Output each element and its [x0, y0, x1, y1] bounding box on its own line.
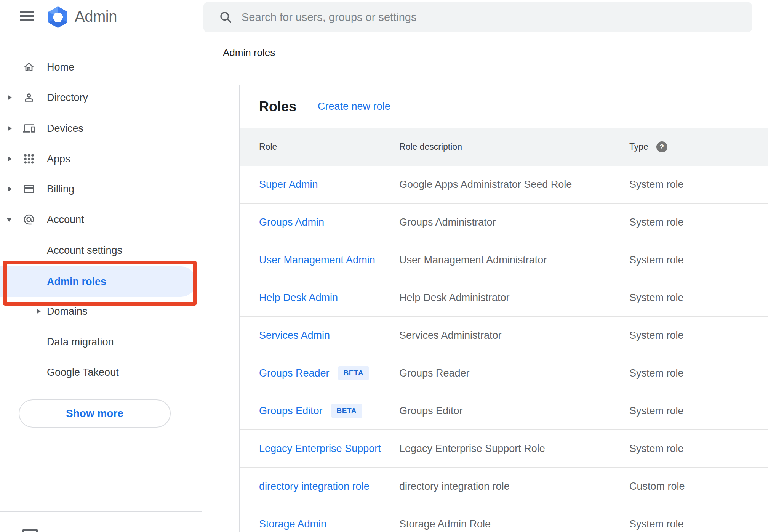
role-link[interactable]: User Management Admin	[259, 254, 375, 266]
sidebar-item-home[interactable]: Home	[0, 52, 202, 82]
apps-grid-icon	[23, 153, 35, 165]
sidebar-item-domains[interactable]: Domains	[0, 296, 202, 327]
credit-card-icon	[23, 183, 35, 195]
sidebar-item-account[interactable]: Account	[0, 204, 202, 235]
chevron-right-icon[interactable]	[8, 156, 12, 162]
devices-icon	[23, 122, 35, 135]
sidebar-item-apps[interactable]: Apps	[0, 144, 202, 174]
role-description: Groups Administrator	[399, 216, 629, 228]
sidebar-item-admin-roles[interactable]: Admin roles	[0, 266, 202, 297]
table-row: directory integration role directory int…	[240, 468, 768, 505]
role-link[interactable]: Groups Admin	[259, 216, 324, 228]
role-description: User Management Administrator	[399, 254, 629, 266]
role-link[interactable]: Groups Editor	[259, 405, 323, 417]
search-icon	[219, 10, 232, 24]
table-row: Groups Admin Groups Administrator System…	[240, 204, 768, 241]
column-header-role-description: Role description	[399, 142, 629, 152]
column-header-type: Type ?	[629, 141, 768, 152]
chevron-right-icon[interactable]	[8, 186, 12, 192]
sidebar-item-label: Account	[47, 214, 84, 226]
role-description: Legacy Enterprise Support Role	[399, 443, 629, 455]
role-type: System role	[629, 292, 768, 304]
role-type: Custom role	[629, 481, 768, 492]
sidebar-item-label: Apps	[47, 153, 70, 165]
sidebar-item-label: Google Takeout	[47, 367, 119, 378]
beta-badge: BETA	[331, 404, 362, 418]
table-row: Help Desk Admin Help Desk Administrator …	[240, 279, 768, 317]
role-description: Services Administrator	[399, 330, 629, 341]
role-type: System role	[629, 443, 768, 455]
column-header-role: Role	[240, 142, 399, 152]
role-link[interactable]: Groups Reader	[259, 367, 330, 379]
search-placeholder: Search for users, groups or settings	[242, 11, 416, 24]
sidebar-item-label: Account settings	[47, 245, 122, 256]
header-divider	[202, 66, 768, 66]
sidebar-divider	[0, 511, 202, 512]
chevron-down-icon[interactable]	[6, 218, 12, 222]
role-description: Groups Reader	[399, 367, 629, 379]
sidebar-item-account-settings[interactable]: Account settings	[0, 235, 202, 266]
role-link[interactable]: directory integration role	[259, 481, 370, 492]
role-link[interactable]: Legacy Enterprise Support	[259, 443, 381, 455]
chevron-right-icon[interactable]	[8, 126, 12, 131]
search-input[interactable]: Search for users, groups or settings	[203, 2, 752, 32]
sidebar-item-label: Home	[47, 61, 74, 73]
role-link[interactable]: Super Admin	[259, 179, 318, 191]
show-more-button[interactable]: Show more	[19, 399, 171, 428]
table-header-row: Role Role description Type ?	[240, 128, 768, 166]
app-title: Admin	[75, 8, 117, 25]
role-link[interactable]: Help Desk Admin	[259, 292, 338, 304]
table-row: User Management Admin User Management Ad…	[240, 241, 768, 279]
table-row: Groups Reader BETA Groups Reader System …	[240, 354, 768, 392]
sidebar-item-devices[interactable]: Devices	[0, 113, 202, 144]
sidebar-item-data-migration[interactable]: Data migration	[0, 327, 202, 357]
table-row: Services Admin Services Administrator Sy…	[240, 317, 768, 354]
sidebar-item-label: Devices	[47, 123, 83, 135]
sidebar-item-directory[interactable]: Directory	[0, 82, 202, 113]
create-new-role-link[interactable]: Create new role	[318, 101, 390, 112]
hamburger-menu-icon[interactable]	[20, 11, 34, 22]
sidebar-item-label: Billing	[47, 183, 74, 195]
role-type: System role	[629, 518, 768, 530]
table-row: Storage Admin Storage Admin Role System …	[240, 505, 768, 532]
role-description: Groups Editor	[399, 405, 629, 417]
beta-badge: BETA	[338, 366, 369, 380]
chevron-right-icon[interactable]	[8, 95, 12, 100]
page-title: Roles	[259, 99, 296, 115]
role-link[interactable]: Storage Admin	[259, 518, 326, 530]
role-description: Storage Admin Role	[399, 518, 629, 530]
person-icon	[23, 91, 35, 104]
table-row: Groups Editor BETA Groups Editor System …	[240, 392, 768, 430]
sidebar-item-label: Data migration	[47, 336, 114, 348]
sidebar-item-label: Directory	[47, 92, 88, 104]
role-type: System role	[629, 367, 768, 379]
sidebar-item-label: Admin roles	[47, 276, 106, 288]
role-description: Help Desk Administrator	[399, 292, 629, 304]
role-type: System role	[629, 216, 768, 228]
chevron-right-icon[interactable]	[37, 309, 41, 314]
role-description: Google Apps Administrator Seed Role	[399, 179, 629, 191]
sidebar-item-google-takeout[interactable]: Google Takeout	[0, 357, 202, 388]
breadcrumb: Admin roles	[223, 47, 275, 59]
role-type: System role	[629, 179, 768, 191]
role-type: System role	[629, 254, 768, 266]
google-admin-logo-icon	[48, 6, 68, 28]
role-type: System role	[629, 330, 768, 341]
roles-card: Roles Create new role Role Role descript…	[239, 85, 768, 532]
at-sign-icon	[23, 213, 35, 226]
table-row: Super Admin Google Apps Administrator Se…	[240, 166, 768, 204]
sidebar-item-label: Domains	[47, 306, 88, 317]
feedback-icon[interactable]	[22, 529, 38, 532]
role-link[interactable]: Services Admin	[259, 330, 330, 341]
role-description: directory integration role	[399, 481, 629, 492]
table-row: Legacy Enterprise Support Legacy Enterpr…	[240, 430, 768, 468]
role-type: System role	[629, 405, 768, 417]
home-icon	[23, 61, 35, 73]
help-question-icon[interactable]: ?	[656, 141, 667, 152]
sidebar-item-billing[interactable]: Billing	[0, 174, 202, 204]
